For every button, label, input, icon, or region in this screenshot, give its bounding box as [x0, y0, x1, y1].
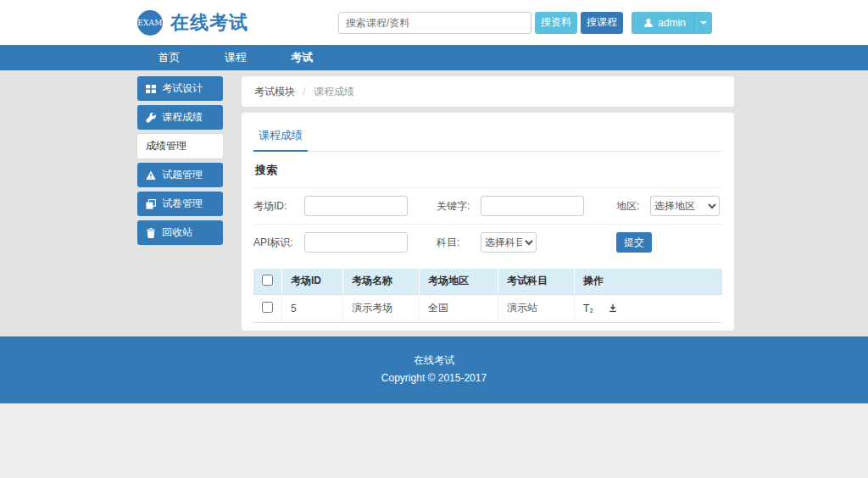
sidebar-item-exam-design[interactable]: 考试设计 — [137, 76, 223, 101]
cell-actions: T₂ — [575, 294, 723, 322]
warning-icon — [146, 170, 156, 181]
exam-id-input[interactable] — [304, 196, 408, 216]
header-exam-name: 考场名称 — [343, 269, 420, 294]
header: EXAM 在线考试 搜资料 搜课程 admin — [0, 0, 868, 45]
user-icon — [643, 18, 654, 28]
nav-item-home[interactable]: 首页 — [137, 45, 201, 70]
sidebar-item-recycle-bin[interactable]: 回收站 — [137, 220, 223, 245]
footer-copyright: Copyright © 2015-2017 — [0, 370, 868, 387]
sidebar-item-label: 回收站 — [162, 225, 192, 240]
sidebar-item-label: 成绩管理 — [146, 139, 186, 153]
main-panel: 课程成绩 搜索 考场ID: 关键字: 地区: 选择地区 API标识: 科目: 选… — [242, 113, 734, 331]
header-actions: 操作 — [575, 269, 723, 294]
api-id-input[interactable] — [304, 232, 408, 253]
search-section-title: 搜索 — [253, 152, 722, 187]
exam-id-label: 考场ID: — [253, 199, 304, 214]
nav-item-courses[interactable]: 课程 — [203, 45, 267, 70]
main-nav: 首页 课程 考试 — [0, 45, 868, 70]
api-id-label: API标识: — [253, 236, 304, 250]
tab-course-scores[interactable]: 课程成绩 — [253, 123, 308, 152]
copy-icon — [146, 199, 156, 209]
breadcrumb: 考试模块 / 课程成绩 — [242, 76, 734, 107]
site-title: 在线考试 — [170, 10, 248, 36]
logo-text: EXAM — [137, 19, 163, 27]
nav-item-exams[interactable]: 考试 — [270, 45, 334, 70]
main-area: 考试模块 / 课程成绩 课程成绩 搜索 考场ID: 关键字: 地区: 选择地区 … — [242, 76, 734, 331]
sidebar: 考试设计 课程成绩 成绩管理 试题管理 试卷管理 回收站 — [137, 76, 223, 331]
keyword-label: 关键字: — [437, 199, 481, 214]
table-header-row: 考场ID 考场名称 考场地区 考试科目 操作 — [253, 269, 722, 294]
sidebar-item-paper-management[interactable]: 试卷管理 — [137, 192, 223, 216]
select-all-checkbox[interactable] — [262, 275, 273, 286]
download-icon[interactable] — [608, 303, 618, 314]
search-form-row-2: API标识: 科目: 选择科目 提交 — [253, 224, 722, 260]
text-height-icon[interactable]: T₂ — [583, 303, 593, 314]
cell-exam-region: 全国 — [420, 294, 498, 322]
table-row: 5 演示考场 全国 演示站 T₂ — [253, 294, 722, 322]
cell-exam-name: 演示考场 — [343, 294, 420, 322]
sidebar-item-label: 考试设计 — [162, 81, 203, 96]
sidebar-item-question-management[interactable]: 试题管理 — [137, 163, 223, 187]
subject-label: 科目: — [437, 236, 481, 250]
submit-button[interactable]: 提交 — [616, 232, 652, 253]
user-name: admin — [658, 17, 686, 29]
th-large-icon — [146, 84, 156, 94]
sidebar-item-label: 试卷管理 — [162, 197, 203, 211]
region-label: 地区: — [616, 199, 650, 214]
sidebar-item-label: 试题管理 — [162, 168, 203, 182]
user-menu-caret-button[interactable] — [693, 12, 712, 34]
caret-down-icon — [700, 21, 707, 25]
tabs-row: 课程成绩 — [253, 123, 722, 152]
exam-logo-icon: EXAM — [137, 10, 163, 36]
header-exam-id: 考场ID — [282, 269, 343, 294]
search-form-row-1: 考场ID: 关键字: 地区: 选择地区 — [253, 187, 722, 224]
sidebar-item-course-scores[interactable]: 课程成绩 — [137, 105, 223, 130]
header-exam-subject: 考试科目 — [498, 269, 575, 294]
trash-icon — [146, 228, 156, 238]
user-menu: admin — [632, 12, 712, 34]
breadcrumb-current: 课程成绩 — [314, 86, 354, 97]
cell-exam-id: 5 — [282, 294, 343, 322]
search-course-button[interactable]: 搜课程 — [581, 12, 623, 34]
header-search: 搜资料 搜课程 — [338, 12, 623, 34]
wrench-icon — [146, 113, 156, 123]
keyword-input[interactable] — [481, 196, 584, 216]
sidebar-item-label: 课程成绩 — [162, 110, 203, 125]
results-table: 考场ID 考场名称 考场地区 考试科目 操作 5 演示考场 全国 演示站 — [253, 269, 722, 323]
breadcrumb-separator: / — [303, 86, 305, 97]
header-exam-region: 考场地区 — [420, 269, 498, 294]
page-background — [0, 403, 868, 478]
region-select[interactable]: 选择地区 — [650, 196, 720, 216]
breadcrumb-parent[interactable]: 考试模块 — [254, 86, 295, 97]
search-material-button[interactable]: 搜资料 — [535, 12, 577, 34]
search-input[interactable] — [338, 12, 531, 34]
footer: 在线考试 Copyright © 2015-2017 — [0, 336, 868, 403]
brand[interactable]: EXAM 在线考试 — [137, 10, 248, 36]
row-checkbox[interactable] — [262, 302, 273, 313]
cell-exam-subject: 演示站 — [498, 294, 575, 322]
footer-title: 在线考试 — [0, 352, 868, 370]
sidebar-item-score-management[interactable]: 成绩管理 — [137, 134, 223, 158]
user-menu-button[interactable]: admin — [632, 12, 693, 34]
subject-select[interactable]: 选择科目 — [481, 232, 537, 253]
